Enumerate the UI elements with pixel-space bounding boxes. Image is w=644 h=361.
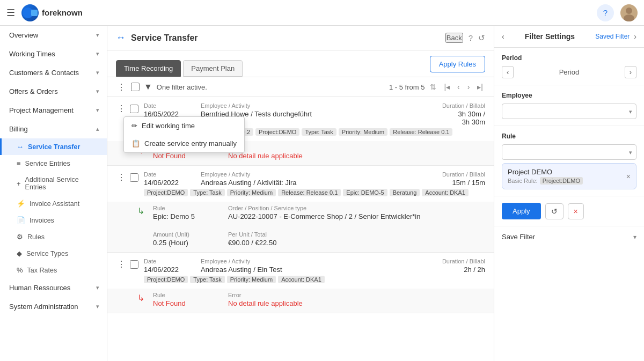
fp-save-filter-row[interactable]: Save Filter ▾ — [494, 226, 644, 247]
fp-rule-title: Rule — [502, 132, 636, 140]
filter-panel-prev-button[interactable]: ‹ — [502, 32, 504, 41]
help-button[interactable]: ? — [597, 4, 614, 21]
edit-icon: ✏ — [131, 122, 137, 130]
entry-menu-button-2[interactable]: ⋮ — [116, 172, 127, 182]
fp-period-next-button[interactable]: › — [625, 66, 636, 78]
entry-menu-button-1[interactable]: ⋮ — [116, 104, 127, 114]
entry-actions-3: ⋮ — [116, 258, 138, 269]
help-circle-icon[interactable]: ? — [469, 33, 473, 42]
sidebar-item-tax-rates[interactable]: % Tax Rates — [0, 262, 107, 278]
table-content: ⋮ ✏ Edit working time 📋 Create servi — [107, 97, 494, 361]
sidebar-item-service-types[interactable]: ◆ Service Types — [0, 245, 107, 262]
sub-row-arrow-2: ↳ — [137, 206, 144, 216]
amount-label-2: Amount (Unit) — [153, 231, 217, 238]
fp-chip-close-button[interactable]: × — [626, 172, 631, 181]
fp-period-section: Period ‹ Period › — [494, 48, 644, 85]
select-all-checkbox[interactable] — [131, 83, 140, 91]
sidebar-item-project-management[interactable]: Project Management ▾ — [0, 101, 107, 120]
back-button[interactable]: Back — [445, 33, 463, 43]
next-page-button[interactable]: › — [465, 82, 472, 92]
fp-reset-button[interactable]: ↺ — [545, 203, 564, 219]
tag: Account: DKA1 — [278, 276, 325, 283]
refresh-icon[interactable]: ↺ — [478, 33, 485, 43]
tag: Project:DEMO — [255, 128, 299, 136]
sidebar-item-customers-contacts[interactable]: Customers & Contacts ▾ — [0, 63, 107, 82]
column-options-button[interactable]: ⋮ — [116, 82, 127, 92]
rule-label-2: Rule — [153, 205, 217, 211]
per-unit-label-2: Per Unit / Total — [228, 231, 292, 238]
sidebar-item-additional-service-entries[interactable]: + Additional Service Entries — [0, 172, 107, 195]
tab-payment-plan[interactable]: Payment Plan — [183, 60, 243, 77]
sidebar-item-service-entries[interactable]: ≡ Service Entries — [0, 155, 107, 172]
sidebar-item-working-times[interactable]: Working Times ▾ — [0, 45, 107, 63]
topbar: ☰ foreknown ? — [0, 0, 644, 26]
sidebar-item-offers-orders[interactable]: Offers & Orders ▾ — [0, 82, 107, 101]
duration-col-2: Duration / Billabl 15m / 15m — [442, 171, 485, 187]
fp-rule-select[interactable] — [502, 144, 636, 160]
fp-rule-chip-content: Project DEMO Basic Rule: Project:DEMO — [508, 168, 583, 185]
apply-button[interactable]: Apply — [502, 203, 541, 219]
fp-employee-select[interactable] — [502, 104, 636, 119]
fp-period-prev-button[interactable]: ‹ — [502, 66, 514, 78]
context-menu-edit-working-time[interactable]: ✏ Edit working time — [124, 117, 244, 135]
sidebar-item-billing[interactable]: Billing ▴ — [0, 120, 107, 138]
last-page-button[interactable]: ▸| — [475, 82, 485, 92]
fp-delete-button[interactable]: × — [568, 203, 584, 219]
entry-checkbox-3[interactable] — [130, 260, 138, 269]
amount-value-2: 0.25 (Hour) — [153, 239, 217, 247]
logo: foreknown — [21, 4, 83, 21]
sidebar-item-overview[interactable]: Overview ▾ — [0, 26, 107, 45]
filter-panel: ‹ Filter Settings Saved Filter › Period … — [494, 26, 644, 361]
tab-bar-right: Apply Rules — [430, 56, 485, 77]
entry-checkbox-2[interactable] — [130, 173, 138, 182]
chevron-down-icon: ▾ — [96, 32, 99, 39]
rule-value-2: Epic: Demo 5 — [153, 212, 217, 220]
sub-row-per-unit-2: Per Unit / Total €90.00 / €22.50 — [228, 231, 292, 247]
entry-checkbox-1[interactable] — [130, 105, 138, 113]
sidebar-item-system-administration[interactable]: System Administration ▾ — [0, 297, 107, 316]
avatar[interactable] — [620, 4, 638, 21]
fp-apply-row: Apply ↺ × — [494, 196, 644, 226]
topbar-right: ? — [597, 4, 638, 21]
page-header-right: Back ? ↺ — [445, 33, 485, 43]
sort-icon[interactable]: ⇅ — [428, 82, 438, 92]
filter-toggle-icon[interactable]: ▼ — [144, 82, 152, 92]
first-page-button[interactable]: |◂ — [442, 82, 452, 92]
sidebar-label-customers-contacts: Customers & Contacts — [9, 69, 79, 77]
sub-row-arrow-3: ↳ — [137, 293, 144, 303]
fp-period-row: ‹ Period › — [502, 66, 636, 78]
sidebar-label-billing: Billing — [9, 125, 28, 133]
entry-date-2: 14/06/2022 — [144, 179, 192, 187]
context-menu-create-service-entry[interactable]: 📋 Create service entry manually — [124, 135, 244, 152]
sidebar-item-invoice-assistant[interactable]: ⚡ Invoice Assistant — [0, 195, 107, 212]
sidebar-item-invoices[interactable]: 📄 Invoices — [0, 212, 107, 229]
sidebar-label-invoice-assistant: Invoice Assistant — [30, 200, 79, 208]
menu-icon[interactable]: ☰ — [6, 7, 15, 19]
chevron-down-icon: ▾ — [96, 88, 99, 95]
activity-label-2: Employee / Activity — [201, 171, 434, 178]
entry-menu-button-3[interactable]: ⋮ — [116, 259, 127, 269]
fp-employee-title: Employee — [502, 92, 636, 99]
tax-rates-icon: % — [17, 266, 23, 274]
sub-row-rule-2: Rule Epic: Demo 5 — [153, 205, 217, 220]
sidebar-item-service-transfer[interactable]: ↔ Service Transfer — [0, 138, 107, 155]
tag: Account: DKA1 — [422, 189, 469, 196]
entry-duration-3: 2h / 2h — [442, 266, 485, 274]
tag: Project:DEMO — [144, 276, 188, 283]
prev-page-button[interactable]: ‹ — [455, 82, 462, 92]
apply-rules-button[interactable]: Apply Rules — [430, 56, 485, 72]
filter-panel-next-button[interactable]: › — [634, 32, 636, 41]
tag: Epic: DEMO-5 — [343, 189, 387, 196]
service-types-icon: ◆ — [17, 249, 22, 257]
sidebar-label-tax-rates: Tax Rates — [27, 267, 57, 274]
sidebar-item-human-ressources[interactable]: Human Ressources ▾ — [0, 278, 107, 297]
date-col-1: Date 16/05/2022 — [144, 102, 192, 118]
chevron-down-icon: ▾ — [96, 284, 99, 291]
fp-rule-select-wrap: ▾ — [502, 144, 636, 160]
sidebar-item-rules[interactable]: ⚙ Rules — [0, 229, 107, 245]
tab-time-recording[interactable]: Time Recording — [116, 60, 181, 77]
filter-panel-saved-link[interactable]: Saved Filter — [595, 33, 630, 40]
invoices-icon: 📄 — [17, 216, 25, 224]
entry-actions-2: ⋮ — [116, 171, 138, 182]
sidebar-label-system-administration: System Administration — [9, 303, 78, 311]
